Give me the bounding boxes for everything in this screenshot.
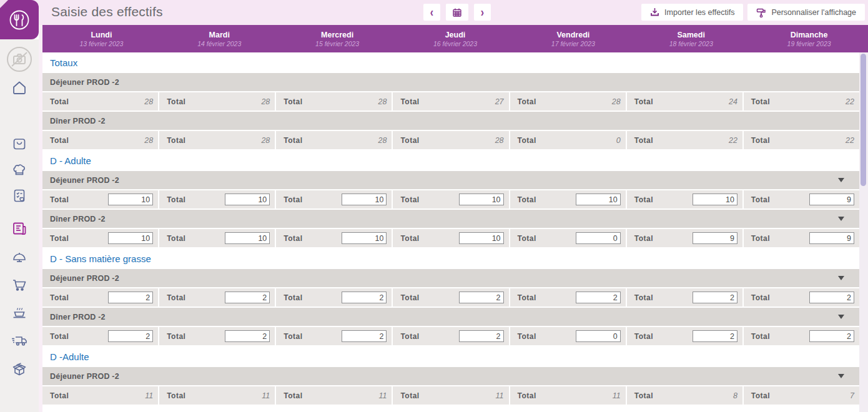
total-value: 27 <box>495 97 504 106</box>
chevron-down-icon[interactable] <box>838 315 844 319</box>
effectif-input[interactable] <box>108 292 153 303</box>
scrollbar-thumb[interactable] <box>861 54 866 186</box>
app-window: Saisie des effectifs ‹ › <box>0 0 868 412</box>
effectif-input[interactable] <box>576 194 621 205</box>
effectif-input[interactable] <box>809 232 854 244</box>
total-value: 28 <box>261 136 270 145</box>
total-value: 22 <box>846 136 854 145</box>
app-logo[interactable] <box>0 0 39 39</box>
total-label: Total <box>518 234 536 243</box>
effectif-input[interactable] <box>225 292 270 303</box>
total-label: Total <box>50 391 69 400</box>
chevron-down-icon[interactable] <box>838 276 844 280</box>
day-total-cell: Total <box>627 327 742 345</box>
effectif-input[interactable] <box>108 194 153 205</box>
day-total-cell: Total <box>744 190 859 208</box>
customize-display-label: Personnaliser l'affichage <box>771 8 856 17</box>
day-total-cell: Total11 <box>159 386 275 405</box>
meal-group-header[interactable]: Déjeuner PROD -2 <box>42 367 859 385</box>
total-value: 24 <box>729 97 737 106</box>
chevron-down-icon[interactable] <box>838 374 844 378</box>
sidebar-item-orders-bag[interactable] <box>11 135 27 152</box>
sidebar-item-package[interactable] <box>11 360 28 378</box>
vertical-scrollbar[interactable] <box>859 52 868 412</box>
effectif-input[interactable] <box>459 232 504 244</box>
total-label: Total <box>167 136 185 145</box>
day-total-cell: Total7 <box>744 386 859 405</box>
meal-group-header[interactable]: Déjeuner PROD -2 <box>42 269 859 287</box>
effectif-input[interactable] <box>459 194 504 205</box>
day-total-cell: Total <box>42 190 158 208</box>
total-label: Total <box>634 195 653 204</box>
day-total-cell: Total <box>510 229 626 247</box>
sidebar-item-home[interactable] <box>11 79 28 96</box>
sidebar-item-delivery-truck[interactable] <box>10 331 29 349</box>
day-total-cell: Total8 <box>627 386 742 405</box>
effectif-input[interactable] <box>693 292 737 303</box>
avatar-placeholder-icon[interactable] <box>6 46 33 73</box>
total-label: Total <box>284 136 302 145</box>
effectif-input[interactable] <box>693 232 737 244</box>
day-column-header-vendredi: Vendredi17 février 2023 <box>514 25 632 52</box>
effectif-input[interactable] <box>459 330 504 342</box>
effectif-input[interactable] <box>108 232 153 244</box>
value-row: Total28Total28Total28Total28Total0Total2… <box>42 131 859 149</box>
effectif-input[interactable] <box>809 330 854 342</box>
effectif-input[interactable] <box>342 330 387 342</box>
day-date: 19 février 2023 <box>787 40 831 47</box>
effectif-input[interactable] <box>342 194 387 205</box>
day-total-cell: Total28 <box>276 92 392 110</box>
meal-group-label: Dîner PROD -2 <box>50 215 106 223</box>
value-row: Total11Total11Total11Total11Total11Total… <box>42 386 859 405</box>
total-value: 11 <box>613 391 621 400</box>
effectif-input[interactable] <box>342 232 387 244</box>
meal-group-header[interactable]: Déjeuner PROD -2 <box>42 171 859 189</box>
total-label: Total <box>634 234 653 243</box>
meal-group-header[interactable]: Dîner PROD -2 <box>42 210 859 228</box>
day-name: Lundi <box>91 31 112 39</box>
sidebar-item-cart[interactable] <box>11 276 28 293</box>
day-total-cell: Total11 <box>276 386 392 405</box>
effectif-input[interactable] <box>693 330 737 342</box>
total-label: Total <box>518 97 536 106</box>
sidebar-item-cloche[interactable] <box>11 249 28 267</box>
import-effectifs-button[interactable]: Importer les effectifs <box>641 4 743 21</box>
next-week-button[interactable]: › <box>474 4 491 21</box>
effectif-input[interactable] <box>108 330 153 342</box>
sidebar-item-meal-bowl[interactable] <box>11 304 28 321</box>
effectif-input[interactable] <box>225 330 270 342</box>
previous-week-button[interactable]: ‹ <box>423 4 440 21</box>
effectif-input[interactable] <box>576 232 621 244</box>
value-row: TotalTotalTotalTotalTotalTotalTotal <box>42 327 859 345</box>
total-label: Total <box>167 234 185 243</box>
total-value: 28 <box>378 136 387 145</box>
day-date: 15 février 2023 <box>315 40 359 47</box>
effectif-input[interactable] <box>809 194 854 205</box>
effectif-input[interactable] <box>225 194 270 205</box>
total-label: Total <box>751 97 770 106</box>
calendar-button[interactable] <box>446 4 468 21</box>
effectif-input[interactable] <box>576 330 621 342</box>
day-total-cell: Total28 <box>159 131 275 149</box>
total-label: Total <box>400 234 419 243</box>
chevron-down-icon[interactable] <box>838 217 844 221</box>
total-label: Total <box>50 97 69 106</box>
meal-group-header[interactable]: Dîner PROD -2 <box>42 308 859 326</box>
effectif-input[interactable] <box>576 292 621 303</box>
day-total-cell: Total <box>159 190 275 208</box>
chevron-down-icon[interactable] <box>838 178 844 182</box>
sidebar-item-chef-hat[interactable] <box>11 162 28 179</box>
day-total-cell: Total27 <box>393 92 508 110</box>
total-value: 28 <box>612 97 621 106</box>
effectif-input[interactable] <box>693 194 737 205</box>
customize-display-button[interactable]: Personnaliser l'affichage <box>747 4 865 21</box>
effectif-input[interactable] <box>225 232 270 244</box>
sidebar-item-menu-checklist[interactable] <box>11 187 28 204</box>
total-value: 28 <box>261 97 270 106</box>
effectif-input[interactable] <box>459 292 504 303</box>
sidebar-item-effectifs-active[interactable] <box>11 220 28 237</box>
effectif-input[interactable] <box>342 292 387 303</box>
total-label: Total <box>50 234 69 243</box>
chevron-right-icon: › <box>481 6 484 19</box>
effectif-input[interactable] <box>809 292 854 303</box>
